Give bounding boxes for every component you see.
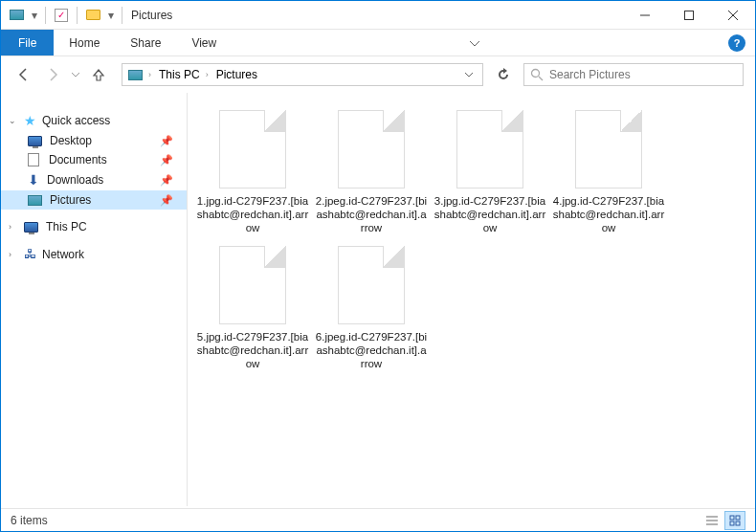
svg-rect-11 <box>730 521 734 525</box>
file-thumbnail <box>338 110 405 188</box>
tab-home[interactable]: Home <box>54 30 115 55</box>
ribbon-expand-icon[interactable] <box>470 38 479 48</box>
app-icon[interactable] <box>6 5 27 26</box>
pc-icon <box>24 222 38 233</box>
ribbon-tabs: File Home Share View ? <box>1 30 755 56</box>
breadcrumb-pictures[interactable]: Pictures <box>214 68 259 81</box>
folder-icon[interactable] <box>82 5 103 26</box>
tab-share[interactable]: Share <box>115 30 176 55</box>
breadcrumb-label: This PC <box>159 68 200 81</box>
help-icon[interactable]: ? <box>728 34 745 52</box>
search-input[interactable] <box>549 68 737 81</box>
breadcrumb-this-pc[interactable]: This PC› <box>157 68 214 81</box>
download-icon: ⬇ <box>28 172 39 188</box>
file-item[interactable]: 1.jpg.id-C279F237.[biashabtc@redchan.it]… <box>193 110 312 234</box>
recent-dropdown-icon[interactable] <box>70 63 81 86</box>
pin-icon: 📌 <box>160 174 173 187</box>
sidebar-label: Documents <box>49 153 107 166</box>
svg-point-4 <box>532 70 540 78</box>
pin-icon: 📌 <box>160 194 173 207</box>
file-item[interactable]: 4.jpg.id-C279F237.[biashabtc@redchan.it]… <box>549 110 668 234</box>
sidebar-item-downloads[interactable]: ⬇ Downloads 📌 <box>1 169 187 190</box>
sidebar-label: Desktop <box>50 134 92 147</box>
back-button[interactable] <box>12 63 35 86</box>
file-item[interactable]: 3.jpg.id-C279F237.[biashabtc@redchan.it]… <box>431 110 549 234</box>
sidebar-label: Pictures <box>50 193 91 207</box>
file-name: 4.jpg.id-C279F237.[biashabtc@redchan.it]… <box>549 194 668 234</box>
up-button[interactable] <box>87 63 110 86</box>
file-thumbnail <box>456 110 523 188</box>
svg-rect-9 <box>730 516 734 520</box>
close-button[interactable] <box>711 1 755 30</box>
file-list: 1.jpg.id-C279F237.[biashabtc@redchan.it]… <box>188 93 755 506</box>
qat-dropdown-icon[interactable]: ▾ <box>29 5 40 26</box>
file-name: 1.jpg.id-C279F237.[biashabtc@redchan.it]… <box>193 194 312 234</box>
file-name: 2.jpeg.id-C279F237.[biashabtc@redchan.it… <box>312 194 431 234</box>
main-area: ⌄ ★ Quick access Desktop 📌 Documents 📌 ⬇… <box>1 93 755 506</box>
pin-icon: 📌 <box>160 154 173 166</box>
file-item[interactable]: 2.jpeg.id-C279F237.[biashabtc@redchan.it… <box>312 110 431 234</box>
item-count: 6 items <box>11 514 48 527</box>
forward-button[interactable] <box>41 63 64 86</box>
sidebar-label: This PC <box>46 220 87 233</box>
expand-icon[interactable]: › <box>9 250 22 259</box>
status-bar: 6 items <box>1 508 755 531</box>
breadcrumb-label: Pictures <box>216 68 257 81</box>
star-icon: ★ <box>24 113 36 128</box>
expand-icon[interactable]: › <box>9 222 22 232</box>
file-thumbnail <box>575 110 642 188</box>
search-icon <box>530 68 544 81</box>
monitor-icon <box>28 136 42 146</box>
file-name: 3.jpg.id-C279F237.[biashabtc@redchan.it]… <box>431 194 549 234</box>
sidebar-network[interactable]: › 🖧 Network <box>1 244 187 264</box>
document-icon <box>28 153 39 166</box>
sidebar-item-documents[interactable]: Documents 📌 <box>1 150 187 169</box>
addr-root-icon[interactable]: › <box>126 70 157 80</box>
file-tab[interactable]: File <box>1 30 54 55</box>
sidebar-item-desktop[interactable]: Desktop 📌 <box>1 131 187 150</box>
window-title: Pictures <box>131 9 172 22</box>
svg-rect-12 <box>736 521 740 525</box>
view-details-button[interactable] <box>701 511 723 530</box>
file-item[interactable]: 6.jpeg.id-C279F237.[biashabtc@redchan.it… <box>312 246 431 370</box>
pin-icon: 📌 <box>160 135 173 147</box>
sidebar-this-pc[interactable]: › This PC <box>1 217 187 236</box>
sidebar-label: Downloads <box>47 173 103 187</box>
pictures-icon <box>28 195 42 206</box>
address-bar[interactable]: › This PC› Pictures <box>122 63 483 86</box>
svg-rect-1 <box>685 11 694 19</box>
sidebar-label: Network <box>42 248 84 261</box>
sidebar-quick-access[interactable]: ⌄ ★ Quick access <box>1 110 187 131</box>
title-bar: ▾ ✓ ▾ Pictures <box>1 1 755 30</box>
minimize-button[interactable] <box>623 1 667 30</box>
file-name: 6.jpeg.id-C279F237.[biashabtc@redchan.it… <box>312 330 431 370</box>
network-icon: 🖧 <box>24 247 36 261</box>
sidebar-item-pictures[interactable]: Pictures 📌 <box>1 190 187 210</box>
file-thumbnail <box>219 110 286 188</box>
svg-line-5 <box>539 77 543 80</box>
search-box[interactable] <box>523 63 744 86</box>
file-item[interactable]: 5.jpg.id-C279F237.[biashabtc@redchan.it]… <box>193 246 312 370</box>
collapse-icon[interactable]: ⌄ <box>9 116 22 125</box>
qat-dropdown2-icon[interactable]: ▾ <box>105 5 117 26</box>
navigation-pane: ⌄ ★ Quick access Desktop 📌 Documents 📌 ⬇… <box>1 93 188 506</box>
file-name: 5.jpg.id-C279F237.[biashabtc@redchan.it]… <box>193 330 312 370</box>
maximize-button[interactable] <box>667 1 711 30</box>
refresh-button[interactable] <box>489 63 518 86</box>
quick-access-toolbar: ▾ ✓ ▾ <box>1 5 125 26</box>
qat-checkbox-icon[interactable]: ✓ <box>51 5 72 26</box>
address-dropdown-icon[interactable] <box>459 71 478 78</box>
svg-rect-10 <box>736 516 740 520</box>
file-thumbnail <box>338 246 405 324</box>
file-thumbnail <box>219 246 286 324</box>
tab-view[interactable]: View <box>176 30 232 55</box>
view-thumbnails-button[interactable] <box>724 511 745 530</box>
address-row: › This PC› Pictures <box>1 56 755 93</box>
sidebar-label: Quick access <box>42 114 110 127</box>
